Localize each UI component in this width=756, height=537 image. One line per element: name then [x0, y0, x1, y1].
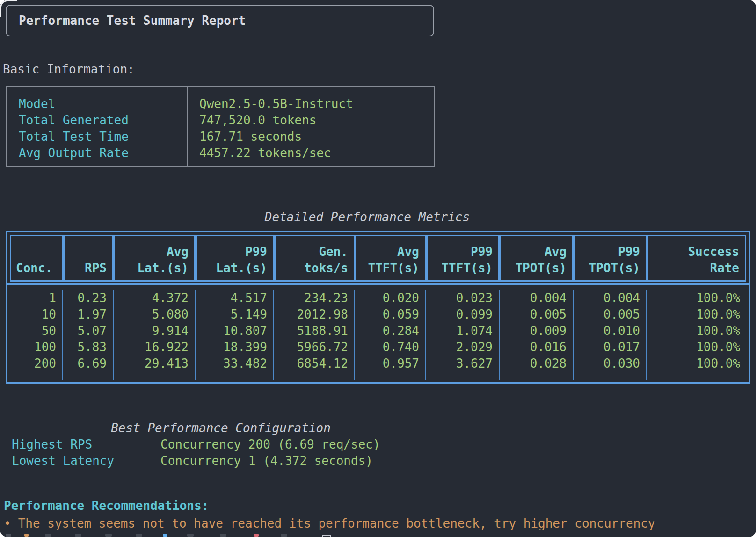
recommendations-list: •The system seems not to have reached it… — [4, 515, 752, 533]
metrics-header-cell: AvgLat.(s) — [114, 235, 196, 282]
metrics-header-cell: P99TPOT(s) — [574, 235, 647, 282]
header-line-1: P99 — [245, 244, 267, 260]
header-line-2: Lat.(s) — [216, 260, 267, 276]
clipped-text-fragment — [281, 534, 287, 537]
table-row: 505.079.91410.8075188.910.2841.0740.0090… — [10, 323, 746, 339]
recommendation-item: •The system seems not to have reached it… — [4, 515, 752, 533]
clipped-text-fragment — [187, 534, 194, 537]
partial-bottom-line — [0, 534, 756, 537]
table-cell: 234.23 — [274, 290, 355, 306]
page-title: Performance Test Summary Report — [19, 13, 246, 29]
info-value: 747,520.0 tokens — [199, 112, 434, 129]
basic-info-heading: Basic Information: — [3, 61, 135, 78]
header-line-2: Lat.(s) — [137, 260, 189, 276]
best-config-row: Lowest LatencyConcurrency 1 (4.372 secon… — [6, 453, 436, 469]
table-cell: 18.399 — [196, 339, 274, 356]
table-cell: 0.004 — [574, 290, 647, 306]
header-line-1: Avg — [167, 244, 189, 260]
metrics-header-cell: SuccessRate — [647, 235, 746, 282]
metrics-table-title: Detailed Performance Metrics — [0, 209, 734, 225]
table-cell: 0.740 — [355, 339, 426, 356]
table-cell: 0.020 — [355, 290, 426, 306]
info-label: Total Test Time — [19, 129, 187, 145]
recommendations-section: Performance Recommendations: •The system… — [4, 498, 752, 533]
best-config-title: Best Performance Configuration — [6, 420, 436, 436]
metrics-header-cell: AvgTPOT(s) — [500, 235, 574, 282]
table-cell: 100.0% — [647, 306, 746, 323]
table-cell: 0.009 — [500, 323, 574, 339]
metrics-header-cell: Conc. — [10, 235, 63, 282]
header-line-2: RPS — [85, 260, 107, 276]
table-cell: 4.517 — [196, 290, 274, 306]
header-line-2: Conc. — [16, 260, 52, 276]
table-cell: 0.004 — [500, 290, 574, 306]
table-cell: 50 — [10, 323, 63, 339]
table-cell: 5.07 — [63, 323, 114, 339]
basic-info-table: ModelTotal GeneratedTotal Test TimeAvg O… — [6, 86, 435, 167]
table-cell: 0.010 — [574, 323, 647, 339]
clipped-text-fragment — [136, 534, 142, 537]
table-cell: 0.284 — [355, 323, 426, 339]
table-row: 101.975.0805.1492012.980.0590.0990.0050.… — [10, 306, 746, 323]
header-line-2: toks/s — [304, 260, 348, 276]
header-divider — [7, 283, 749, 285]
table-cell: 5.080 — [114, 306, 196, 323]
info-value: Qwen2.5-0.5B-Instruct — [199, 96, 434, 112]
header-line-1: Gen. — [319, 244, 348, 260]
table-cell: 0.023 — [426, 290, 500, 306]
table-cell: 200 — [10, 356, 63, 380]
metrics-table-header-row: Conc.RPSAvgLat.(s)P99Lat.(s)Gen.toks/sAv… — [10, 235, 746, 282]
header-line-1: P99 — [471, 244, 493, 260]
table-cell: 6.69 — [63, 356, 114, 380]
table-cell: 100.0% — [647, 356, 746, 380]
best-config-value: Concurrency 1 (4.372 seconds) — [160, 453, 436, 469]
table-cell: 0.957 — [355, 356, 426, 380]
table-cell: 0.005 — [574, 306, 647, 323]
table-cell: 0.030 — [574, 356, 647, 380]
clipped-text-fragment — [163, 534, 167, 537]
table-cell: 5966.72 — [274, 339, 355, 356]
clipped-text-fragment — [254, 534, 259, 537]
table-cell: 29.413 — [114, 356, 196, 380]
terminal-cursor — [322, 535, 331, 537]
header-line-1: Avg — [545, 244, 567, 260]
table-cell: 0.028 — [500, 356, 574, 380]
best-config-label: Lowest Latency — [12, 453, 160, 469]
table-cell: 1.97 — [63, 306, 114, 323]
table-row: 2006.6929.41333.4826854.120.9573.6270.02… — [10, 356, 746, 380]
metrics-header-cell: P99TTFT(s) — [426, 235, 500, 282]
best-config-section: Best Performance Configuration Highest R… — [6, 420, 436, 469]
table-cell: 33.482 — [196, 356, 274, 380]
info-value: 4457.22 tokens/sec — [199, 145, 434, 161]
info-value: 167.71 seconds — [199, 129, 434, 145]
metrics-header-cell: Gen.toks/s — [274, 235, 355, 282]
table-row: 1005.8316.92218.3995966.720.7402.0290.01… — [10, 339, 746, 356]
bullet-icon: • — [4, 516, 18, 530]
clipped-text-fragment — [220, 534, 226, 537]
table-cell: 2012.98 — [274, 306, 355, 323]
table-cell: 0.016 — [500, 339, 574, 356]
table-cell: 5188.91 — [274, 323, 355, 339]
clipped-text-fragment — [105, 534, 112, 537]
table-cell: 10 — [10, 306, 63, 323]
recommendation-text: The system seems not to have reached its… — [18, 516, 655, 530]
table-cell: 0.23 — [63, 290, 114, 306]
table-cell: 1 — [10, 290, 63, 306]
table-cell: 4.372 — [114, 290, 196, 306]
info-label: Avg Output Rate — [19, 145, 187, 161]
best-config-rows: Highest RPSConcurrency 200 (6.69 req/sec… — [6, 436, 436, 469]
table-cell: 5.149 — [196, 306, 274, 323]
header-line-1: P99 — [618, 244, 640, 260]
table-cell: 6854.12 — [274, 356, 355, 380]
header-line-1: Success — [688, 244, 739, 260]
table-cell: 0.099 — [426, 306, 500, 323]
header-line-2: TTFT(s) — [441, 260, 493, 276]
table-row: 10.234.3724.517234.230.0200.0230.0040.00… — [10, 290, 746, 306]
metrics-header-cell: AvgTTFT(s) — [355, 235, 426, 282]
metrics-table: Conc.RPSAvgLat.(s)P99Lat.(s)Gen.toks/sAv… — [6, 231, 750, 384]
clipped-text-fragment — [45, 534, 51, 537]
header-line-1: Avg — [397, 244, 419, 260]
header-line-2: TTFT(s) — [368, 260, 419, 276]
table-cell: 0.017 — [574, 339, 647, 356]
table-cell: 16.922 — [114, 339, 196, 356]
